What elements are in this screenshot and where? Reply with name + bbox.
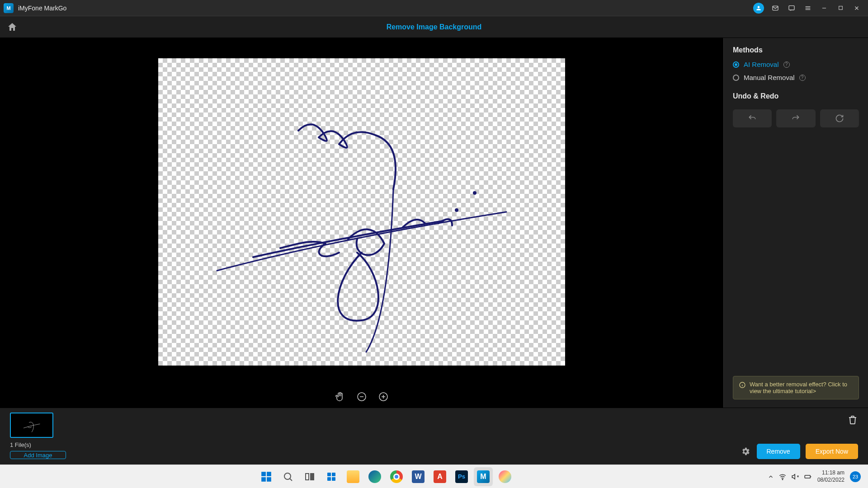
- svg-rect-30: [332, 477, 335, 481]
- svg-rect-26: [311, 474, 314, 480]
- settings-button[interactable]: [740, 446, 751, 457]
- add-image-button[interactable]: Add Image: [10, 451, 66, 459]
- svg-point-10: [456, 209, 458, 211]
- acrobat-icon[interactable]: A: [430, 467, 449, 486]
- widgets-button[interactable]: [322, 467, 341, 486]
- signature-graphic: [158, 58, 565, 366]
- info-icon: [739, 381, 746, 389]
- reset-button[interactable]: [820, 109, 859, 127]
- system-tray[interactable]: [768, 473, 812, 481]
- thumbnail-row: [10, 413, 858, 438]
- main-area: Methods AI Removal ? Manual Removal ? Un…: [0, 38, 868, 408]
- bottom-bar: 1 File(s) Add Image Remove Export Now: [0, 408, 868, 465]
- svg-rect-22: [267, 477, 271, 482]
- battery-icon[interactable]: [804, 473, 812, 481]
- svg-rect-28: [332, 473, 335, 476]
- method-ai-removal[interactable]: AI Removal ?: [733, 61, 859, 68]
- titlebar: M iMyFone MarkGo: [0, 0, 868, 16]
- undo-button[interactable]: [733, 109, 772, 127]
- app-title: iMyFone MarkGo: [18, 5, 753, 12]
- markgo-icon[interactable]: M: [474, 467, 493, 486]
- svg-rect-27: [327, 473, 331, 476]
- clock-date: 08/02/2022: [817, 477, 844, 484]
- minimize-button[interactable]: [816, 2, 832, 14]
- radio-unselected-icon: [733, 75, 739, 81]
- taskbar-center: W A Ps M: [4, 467, 768, 486]
- home-button[interactable]: [5, 20, 19, 34]
- notification-badge[interactable]: 23: [850, 471, 861, 482]
- file-explorer-icon[interactable]: [344, 467, 363, 486]
- remove-button[interactable]: Remove: [757, 444, 800, 459]
- bottom-actions: Remove Export Now: [740, 444, 859, 459]
- export-button[interactable]: Export Now: [806, 444, 858, 459]
- zoom-in-icon[interactable]: [378, 391, 389, 402]
- volume-muted-icon[interactable]: [791, 473, 799, 481]
- feedback-icon[interactable]: [784, 2, 799, 14]
- method-ai-label: AI Removal: [744, 61, 779, 68]
- clock-time: 11:18 am: [822, 469, 844, 477]
- page-title: Remove Image Background: [19, 23, 863, 31]
- svg-rect-20: [267, 472, 271, 476]
- task-view-button[interactable]: [300, 467, 319, 486]
- help-icon[interactable]: ?: [799, 75, 806, 81]
- svg-point-9: [474, 192, 476, 194]
- search-button[interactable]: [278, 467, 297, 486]
- file-count: 1 File(s): [10, 441, 858, 448]
- titlebar-controls: [753, 2, 864, 14]
- method-manual-label: Manual Removal: [744, 74, 795, 81]
- canvas-toolbar: [0, 386, 723, 408]
- svg-rect-32: [805, 475, 810, 478]
- file-thumbnail[interactable]: [10, 413, 53, 438]
- app-logo-icon: M: [4, 3, 14, 13]
- svg-rect-21: [261, 477, 266, 482]
- chrome-icon[interactable]: [387, 467, 406, 486]
- undo-redo-row: [733, 109, 859, 127]
- tip-text: Want a better removal effect? Click to v…: [750, 381, 853, 394]
- canvas-area: [0, 38, 723, 408]
- windows-taskbar: W A Ps M 11:18 am 08/02/2022 23: [0, 465, 868, 488]
- methods-heading: Methods: [733, 46, 859, 54]
- word-icon[interactable]: W: [409, 467, 428, 486]
- method-manual-removal[interactable]: Manual Removal ?: [733, 74, 859, 81]
- menu-icon[interactable]: [800, 2, 816, 14]
- svg-point-23: [284, 473, 291, 479]
- delete-button[interactable]: [847, 414, 858, 427]
- radio-selected-icon: [733, 61, 739, 68]
- mail-icon[interactable]: [768, 2, 783, 14]
- close-button[interactable]: [849, 2, 864, 14]
- chevron-up-icon[interactable]: [768, 474, 774, 480]
- canvas-image: [158, 58, 565, 366]
- svg-rect-25: [306, 474, 309, 480]
- taskbar-tray: 11:18 am 08/02/2022 23: [768, 469, 864, 483]
- svg-point-31: [782, 479, 783, 480]
- photoshop-icon[interactable]: Ps: [452, 467, 471, 486]
- tab-bar: Remove Image Background: [0, 16, 868, 38]
- svg-rect-29: [327, 477, 331, 481]
- maximize-button[interactable]: [833, 2, 848, 14]
- help-icon[interactable]: ?: [783, 61, 790, 68]
- creative-cloud-icon[interactable]: [495, 467, 514, 486]
- pan-tool-icon[interactable]: [335, 391, 345, 402]
- side-panel: Methods AI Removal ? Manual Removal ? Un…: [723, 38, 868, 408]
- wifi-icon[interactable]: [778, 473, 787, 481]
- undo-redo-heading: Undo & Redo: [733, 92, 859, 100]
- svg-rect-6: [839, 6, 842, 10]
- clock[interactable]: 11:18 am 08/02/2022: [817, 469, 844, 483]
- svg-rect-1: [789, 5, 794, 9]
- edge-icon[interactable]: [365, 467, 384, 486]
- canvas-viewport[interactable]: [0, 38, 723, 386]
- tutorial-tip[interactable]: Want a better removal effect? Click to v…: [733, 376, 859, 399]
- user-account-icon[interactable]: [753, 3, 764, 14]
- svg-line-24: [290, 479, 292, 481]
- redo-button[interactable]: [776, 109, 815, 127]
- start-button[interactable]: [257, 467, 276, 486]
- svg-rect-19: [261, 472, 266, 476]
- zoom-out-icon[interactable]: [356, 391, 367, 402]
